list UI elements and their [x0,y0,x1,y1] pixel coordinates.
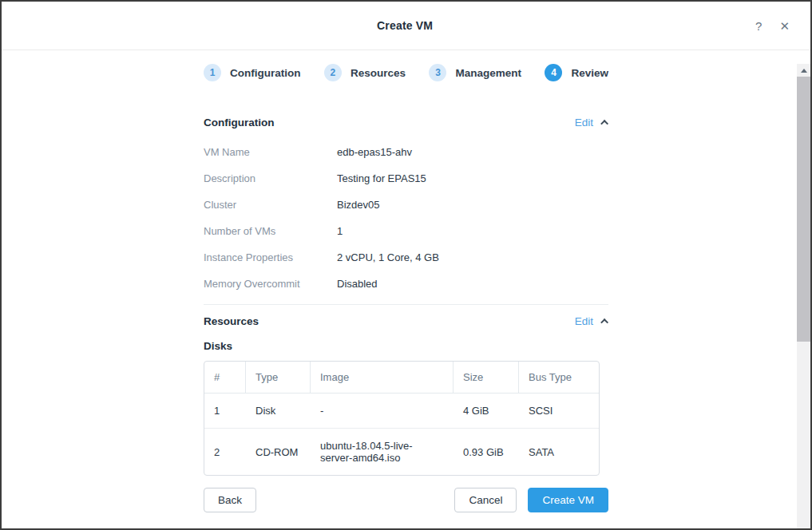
cell-size: 0.93 GiB [454,429,519,475]
field-label: Description [204,172,337,184]
dialog-content: 1 Configuration 2 Resources 3 Management… [204,64,608,512]
column-header-size: Size [454,362,519,394]
configuration-section-title: Configuration [204,117,274,129]
step-number-badge: 3 [429,64,446,81]
cell-image: ubuntu-18.04.5-live-server-amd64.iso [311,429,454,475]
step-resources[interactable]: 2 Resources [324,64,406,81]
edit-link-label[interactable]: Edit [575,315,593,327]
step-configuration[interactable]: 1 Configuration [204,64,300,81]
field-value: 2 vCPU, 1 Core, 4 GB [337,251,439,263]
triangle-up-icon [801,69,807,73]
disks-table-header-row: # Type Image Size Bus Type [204,362,599,394]
cell-bus-type: SCSI [519,394,599,429]
table-row: 2 CD-ROM ubuntu-18.04.5-live-server-amd6… [204,429,599,475]
close-icon[interactable]: ✕ [779,20,790,32]
field-label: Cluster [204,199,337,211]
section-divider [204,304,608,305]
edit-link-label[interactable]: Edit [575,117,593,129]
step-review[interactable]: 4 Review [545,64,608,81]
cell-image: - [311,394,454,429]
step-label: Resources [351,67,406,79]
field-row-memory-overcommit: Memory Overcommit Disabled [204,278,608,290]
field-row-number-of-vms: Number of VMs 1 [204,225,608,237]
cell-size: 4 GiB [454,394,519,429]
field-row-instance-properties: Instance Properties 2 vCPU, 1 Core, 4 GB [204,251,608,263]
resources-edit-button[interactable]: Edit [575,315,608,327]
dialog-body: 1 Configuration 2 Resources 3 Management… [2,64,810,530]
field-label: VM Name [204,146,337,158]
cancel-button[interactable]: Cancel [454,488,517,512]
step-number-badge: 1 [204,64,221,81]
field-label: Memory Overcommit [204,278,337,290]
table-row: 1 Disk - 4 GiB SCSI [204,394,599,429]
chevron-up-icon[interactable] [600,120,608,128]
configuration-fields: VM Name edb-epas15-ahv Description Testi… [204,146,608,290]
resources-section-header: Resources Edit [204,315,608,327]
cell-number: 1 [204,394,246,429]
vertical-scrollbar[interactable] [797,64,810,530]
field-value: edb-epas15-ahv [337,146,412,158]
step-management[interactable]: 3 Management [429,64,521,81]
header-divider [2,49,810,50]
field-value: 1 [337,225,343,237]
disks-table: # Type Image Size Bus Type 1 Disk - 4 Gi… [204,361,600,476]
create-vm-dialog: Create VM ? ✕ 1 Configuration 2 Resource… [0,0,812,530]
field-value: Bizdev05 [337,199,379,211]
configuration-edit-button[interactable]: Edit [575,117,608,129]
field-label: Number of VMs [204,225,337,237]
cell-type: Disk [246,394,311,429]
column-header-image: Image [311,362,454,394]
help-icon[interactable]: ? [755,20,762,32]
cell-bus-type: SATA [519,429,599,475]
titlebar-icons: ? ✕ [755,20,790,32]
resources-section-title: Resources [204,315,259,327]
step-number-badge: 4 [545,64,562,81]
column-header-bus-type: Bus Type [519,362,599,394]
field-row-vm-name: VM Name edb-epas15-ahv [204,146,608,158]
field-value: Testing for EPAS15 [337,172,426,184]
wizard-stepper: 1 Configuration 2 Resources 3 Management… [204,64,608,81]
create-vm-button[interactable]: Create VM [528,488,608,512]
chevron-up-icon[interactable] [600,318,608,326]
back-button[interactable]: Back [204,488,256,512]
field-label: Instance Properties [204,251,337,263]
disks-subheading: Disks [204,340,608,352]
step-number-badge: 2 [324,64,342,81]
dialog-footer: Back Cancel Create VM [204,488,608,512]
step-label: Configuration [230,67,300,79]
scroll-up-button[interactable] [797,64,810,77]
configuration-section-header: Configuration Edit [204,117,608,129]
cell-number: 2 [204,429,246,475]
cell-type: CD-ROM [246,429,311,475]
step-label: Management [455,67,521,79]
scrollbar-thumb[interactable] [797,77,810,342]
field-value: Disabled [337,278,378,290]
field-row-description: Description Testing for EPAS15 [204,172,608,184]
field-row-cluster: Cluster Bizdev05 [204,199,608,211]
step-label: Review [571,67,608,79]
column-header-number: # [204,362,246,394]
dialog-titlebar: Create VM ? ✕ [2,2,810,49]
column-header-type: Type [246,362,311,394]
dialog-title: Create VM [377,19,433,32]
